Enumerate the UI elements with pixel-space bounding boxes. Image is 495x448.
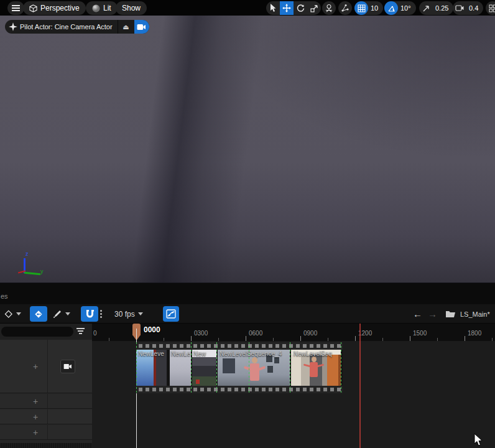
playhead-time: 0000 [144, 325, 160, 334]
angle-snap-icon [384, 1, 398, 15]
surface-snapping-button[interactable] [338, 1, 352, 15]
grid-snap-icon [354, 1, 368, 15]
sequencer-timeline[interactable]: 0 0300 0600 0900 1200 1500 1800 0000 [92, 324, 495, 448]
lit-button[interactable]: Lit [86, 1, 118, 15]
shots-filmstrip-track[interactable]: NewLeve NewLe New NewLevelSequence_4 New… [136, 342, 343, 393]
pen-icon [52, 309, 62, 319]
pilot-icon [9, 22, 17, 31]
scale-snap-icon [419, 1, 433, 15]
add-section-button[interactable]: + [33, 427, 38, 437]
axis-z-label: z [25, 251, 29, 257]
pilot-camera-button[interactable] [134, 20, 149, 34]
chevron-down-icon [16, 312, 21, 315]
pilot-actor-bar[interactable]: Pilot Actor: Cine Camera Actor ⏏ [5, 20, 149, 34]
clip-boundary-marker [341, 342, 341, 393]
grid-snap-control[interactable]: 10 [354, 1, 383, 15]
show-button[interactable]: Show [116, 1, 147, 15]
unreal-editor-window: Perspective Lit Show [0, 0, 495, 448]
thumbnail-person [310, 362, 318, 377]
shot-clip-label: NewLe [171, 350, 190, 357]
thumbnail-person [250, 363, 259, 381]
track-row[interactable]: + [0, 409, 92, 424]
video-camera-icon [63, 363, 72, 370]
vertical-dots-icon [100, 310, 102, 318]
video-camera-icon [137, 24, 146, 30]
world-coordinate-icon [325, 4, 333, 12]
shot-clip-label: NewLeve [138, 350, 164, 357]
track-panel-scrollbar[interactable] [0, 443, 92, 448]
thumbnail-frame [274, 357, 279, 363]
sequence-back-button[interactable]: ← [413, 306, 422, 322]
clipped-tab-label: es [1, 292, 8, 300]
filter-icon[interactable] [76, 328, 85, 335]
add-section-button[interactable]: + [33, 396, 38, 406]
arrow-right-icon: → [428, 309, 437, 319]
perspective-button[interactable]: Perspective [23, 1, 86, 15]
sequence-browse-button[interactable] [445, 306, 456, 322]
shot-clip-label: New [193, 350, 206, 357]
scale-snap-value: 0.25 [435, 4, 448, 12]
curve-editor-button[interactable] [163, 306, 179, 322]
shot-clip-label: NewLevelSequence_4 [220, 350, 282, 357]
pilot-actor-label: Pilot Actor: Cine Camera Actor [17, 23, 118, 30]
sequencer-toolbar: 30 fps ← → LS_Main* [0, 304, 495, 324]
sequence-forward-button[interactable]: → [428, 306, 437, 322]
keyframe-diamond-icon [4, 309, 13, 319]
track-row[interactable]: + [0, 425, 92, 440]
axis-y-label: y [40, 268, 44, 274]
auto-key-button[interactable] [30, 306, 47, 322]
playback-range-end-line[interactable] [359, 324, 361, 448]
move-tool-button[interactable] [280, 1, 294, 15]
fps-label: 30 fps [114, 310, 135, 319]
marked-frame-button[interactable] [52, 306, 70, 322]
eject-pilot-button[interactable]: ⏏ [118, 23, 134, 31]
camera-viewport[interactable]: z y [0, 16, 495, 283]
snapping-options-button[interactable] [100, 306, 102, 322]
camera-cuts-track-row[interactable]: + [0, 340, 92, 393]
ruler-label: 0900 [303, 330, 317, 337]
folder-icon [445, 310, 456, 318]
lit-label: Lit [103, 4, 111, 12]
rotate-tool-button[interactable] [294, 1, 307, 15]
viewport-layout-button[interactable] [486, 1, 495, 15]
ruler-label: 0300 [194, 330, 208, 337]
keyframe-options-button[interactable] [4, 306, 21, 322]
sphere-icon [92, 4, 100, 12]
cube-icon [29, 4, 37, 12]
track-row[interactable]: + [0, 394, 92, 409]
rotate-icon [297, 4, 305, 12]
camera-speed-control[interactable]: 0.4 [453, 1, 483, 15]
clip-boundary-marker [136, 342, 137, 393]
scale-tool-button[interactable] [307, 1, 321, 15]
perspective-label: Perspective [40, 4, 80, 12]
scale-snap-control[interactable]: 0.25 [419, 1, 453, 15]
viewport-menu-button[interactable] [7, 1, 24, 15]
hamburger-icon [12, 5, 20, 12]
row-divider [47, 340, 48, 393]
chevron-down-icon [138, 312, 143, 315]
sequence-name[interactable]: LS_Main* [460, 306, 490, 322]
camera-speed-value: 0.4 [469, 4, 478, 12]
fps-dropdown[interactable]: 30 fps [114, 306, 143, 322]
camera-lock-button[interactable] [60, 360, 75, 373]
chevron-down-icon [65, 312, 70, 315]
sequencer-track-panel: + + + + [0, 324, 92, 448]
row-divider [47, 425, 48, 439]
camera-speed-icon [453, 1, 466, 15]
select-tool-button[interactable] [266, 1, 280, 15]
rotation-snap-value: 10° [400, 4, 411, 12]
show-label: Show [122, 4, 141, 12]
coordinate-system-button[interactable] [322, 1, 336, 15]
rotation-snap-control[interactable]: 10° [384, 1, 416, 15]
ruler-label: 1800 [468, 330, 481, 337]
snapping-button[interactable] [81, 306, 98, 322]
track-search-input[interactable] [1, 327, 73, 337]
add-section-button[interactable]: + [33, 412, 38, 422]
axis-y-line [24, 272, 40, 276]
panel-gap: es [0, 284, 495, 304]
axis-gizmo: z y [16, 252, 47, 283]
clip-boundary-marker [216, 342, 217, 393]
clip-boundary-marker [191, 342, 192, 393]
thumbnail-person-head [312, 357, 317, 362]
add-section-button[interactable]: + [33, 362, 38, 371]
